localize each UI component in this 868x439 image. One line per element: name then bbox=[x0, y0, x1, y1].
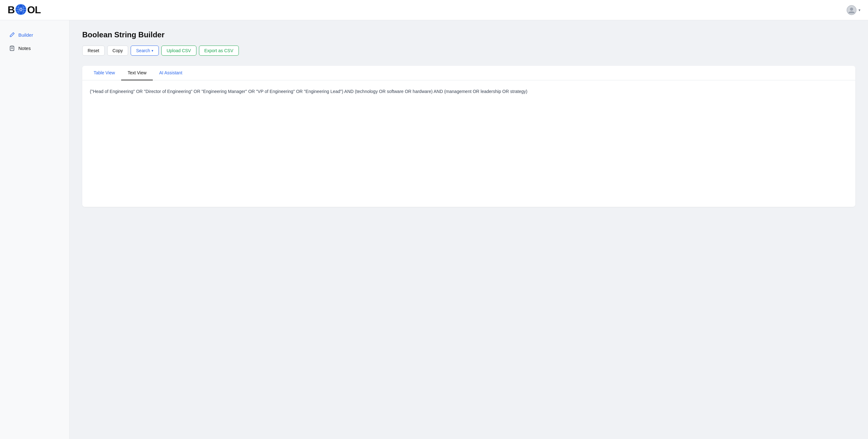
pencil-icon bbox=[9, 32, 15, 38]
logo-text-ol: OL bbox=[27, 4, 40, 16]
app-body: Builder Notes Boolean String Builder Res… bbox=[0, 20, 868, 439]
sidebar-item-builder-label: Builder bbox=[18, 32, 33, 38]
header: B OL ▾ bbox=[0, 0, 868, 20]
tab-table-view[interactable]: Table View bbox=[87, 66, 121, 80]
sidebar-item-notes-label: Notes bbox=[18, 45, 31, 51]
boolean-string-text: ("Head of Engineering" OR "Director of E… bbox=[90, 88, 848, 96]
page-title: Boolean String Builder bbox=[82, 30, 855, 39]
clipboard-icon bbox=[9, 45, 15, 51]
sidebar: Builder Notes bbox=[0, 20, 70, 439]
tab-text-view[interactable]: Text View bbox=[121, 66, 153, 80]
svg-rect-13 bbox=[10, 46, 14, 51]
user-menu[interactable]: ▾ bbox=[846, 5, 860, 15]
sidebar-item-notes[interactable]: Notes bbox=[3, 42, 67, 54]
export-csv-button[interactable]: Export as CSV bbox=[199, 45, 239, 56]
logo: B OL bbox=[8, 4, 41, 16]
main-content: Boolean String Builder Reset Copy Search… bbox=[70, 20, 868, 439]
copy-button[interactable]: Copy bbox=[107, 45, 128, 56]
search-dropdown-arrow: ▾ bbox=[152, 49, 153, 53]
sidebar-item-builder[interactable]: Builder bbox=[3, 28, 67, 41]
tabs-header: Table View Text View AI Assistant bbox=[82, 66, 855, 80]
search-button-label: Search bbox=[136, 48, 150, 53]
upload-csv-button[interactable]: Upload CSV bbox=[161, 45, 196, 56]
tab-ai-assistant[interactable]: AI Assistant bbox=[153, 66, 189, 80]
svg-rect-14 bbox=[11, 46, 13, 47]
svg-point-12 bbox=[850, 8, 853, 11]
user-dropdown-arrow: ▾ bbox=[859, 8, 860, 12]
toolbar: Reset Copy Search ▾ Upload CSV Export as… bbox=[82, 45, 855, 56]
logo-text-b: B bbox=[8, 4, 14, 16]
search-button[interactable]: Search ▾ bbox=[131, 45, 158, 56]
logo-globe-icon bbox=[15, 4, 27, 15]
reset-button[interactable]: Reset bbox=[82, 45, 105, 56]
tabs-container: Table View Text View AI Assistant ("Head… bbox=[82, 66, 855, 207]
text-view-content: ("Head of Engineering" OR "Director of E… bbox=[82, 80, 855, 207]
user-avatar-icon bbox=[846, 5, 857, 15]
